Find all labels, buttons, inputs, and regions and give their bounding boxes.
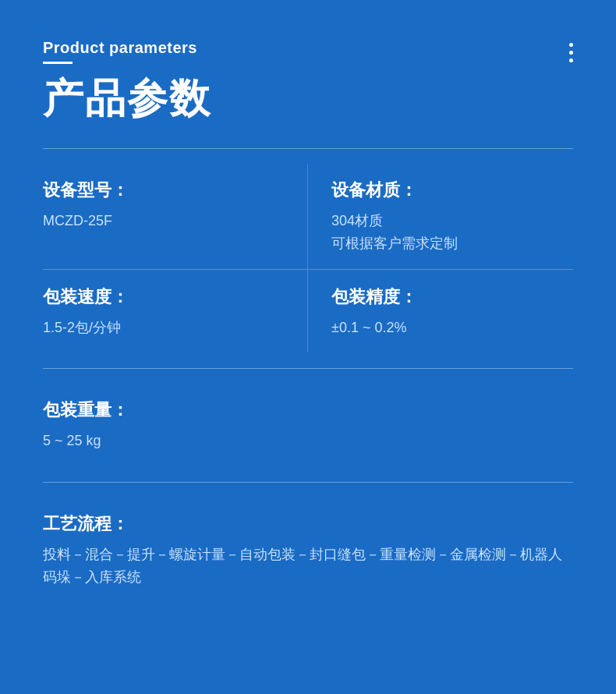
param-process-flow-label: 工艺流程：	[43, 512, 573, 536]
param-packing-weight: 包装重量： 5 ~ 25 kg	[43, 384, 573, 466]
param-process-flow: 工艺流程： 投料－混合－提升－螺旋计量－自动包装－封口缝包－重量检测－金属检测－…	[43, 498, 573, 603]
param-packing-speed-label: 包装速度：	[43, 285, 284, 309]
param-device-material-value: 304材质可根据客户需求定制	[331, 210, 565, 255]
more-options-icon[interactable]	[569, 43, 573, 62]
product-parameters-card: Product parameters 产品参数 设备型号： MCZD-25F 设…	[0, 0, 616, 694]
header-title-zh: 产品参数	[43, 72, 573, 126]
param-process-flow-value: 投料－混合－提升－螺旋计量－自动包装－封口缝包－重量检测－金属检测－机器人码垛－…	[43, 544, 573, 589]
param-packing-speed-value: 1.5-2包/分钟	[43, 317, 284, 339]
param-packing-precision-value: ±0.1 ~ 0.2%	[331, 317, 565, 339]
divider-mid	[43, 368, 573, 369]
param-packing-precision: 包装精度： ±0.1 ~ 0.2%	[308, 269, 573, 353]
param-packing-weight-value: 5 ~ 25 kg	[43, 430, 573, 452]
param-device-material-label: 设备材质：	[331, 179, 565, 202]
param-packing-speed: 包装速度： 1.5-2包/分钟	[43, 269, 308, 353]
param-device-model: 设备型号： MCZD-25F	[43, 165, 308, 269]
header-underline	[43, 62, 73, 64]
params-grid: 设备型号： MCZD-25F 设备材质： 304材质可根据客户需求定制 包装速度…	[43, 165, 573, 352]
param-packing-weight-label: 包装重量：	[43, 398, 573, 422]
param-device-model-label: 设备型号：	[43, 179, 284, 202]
divider-top	[43, 148, 573, 149]
divider-bottom	[43, 482, 573, 483]
header-title-en: Product parameters	[43, 39, 573, 57]
param-device-material: 设备材质： 304材质可根据客户需求定制	[308, 165, 573, 269]
param-packing-precision-label: 包装精度：	[331, 285, 565, 309]
param-device-model-value: MCZD-25F	[43, 210, 284, 232]
